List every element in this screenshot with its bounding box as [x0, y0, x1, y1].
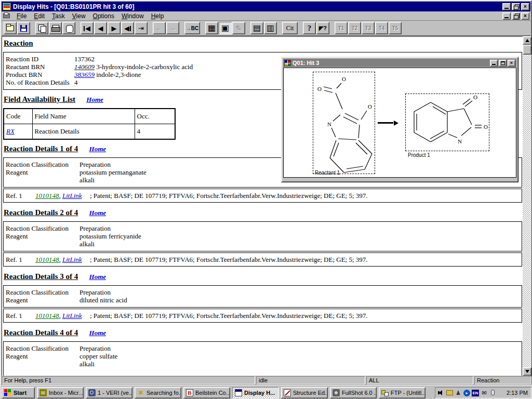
- annotate-button[interactable]: ✎: [232, 22, 245, 34]
- export-list-button[interactable]: ▤: [250, 22, 263, 34]
- minimize-button[interactable]: [502, 3, 511, 10]
- scrollbar-track[interactable]: [523, 36, 531, 376]
- child-system-icon[interactable]: [3, 12, 11, 20]
- save-button[interactable]: [17, 22, 30, 34]
- goto-hit-button[interactable]: ⇥: [135, 22, 148, 34]
- detail-3-heading: Reaction Details 3 of 4: [4, 272, 78, 281]
- next-hit-button[interactable]: ▶: [108, 22, 121, 34]
- start-button[interactable]: Start: [2, 387, 35, 398]
- menu-help[interactable]: Help: [148, 11, 168, 21]
- structure-view-button[interactable]: ▣: [219, 22, 232, 34]
- scheduler-icon[interactable]: [446, 390, 453, 395]
- language-indicator[interactable]: EN: [472, 390, 479, 396]
- menu-edit[interactable]: Edit: [30, 11, 48, 21]
- task-label: FullShot 6.0 ...: [342, 390, 377, 396]
- reagent-value: copper sulfate: [79, 352, 522, 360]
- task-searching[interactable]: ✖ Searching fo...: [135, 387, 181, 398]
- last-hit-button[interactable]: ◀: [121, 22, 134, 34]
- help-icon: ?: [308, 24, 312, 33]
- structure-maximize-button[interactable]: [499, 60, 507, 66]
- print-button[interactable]: [49, 22, 62, 34]
- scroll-down-button[interactable]: [523, 367, 531, 376]
- home-link[interactable]: Home: [89, 209, 107, 217]
- t5-button[interactable]: T5: [389, 22, 402, 34]
- open-button[interactable]: [4, 22, 17, 34]
- player-icon[interactable]: ▸: [463, 390, 470, 396]
- last-icon: ◀: [124, 25, 131, 32]
- field-availability-heading: Field Availability List: [4, 95, 75, 104]
- home-link[interactable]: Home: [89, 329, 107, 337]
- task-ftp[interactable]: FTP - (Untitl...: [379, 387, 425, 398]
- litlink-link[interactable]: LitLink: [62, 256, 82, 263]
- product-selection-box[interactable]: O O N: [405, 94, 489, 151]
- product-brn-link[interactable]: 383659: [74, 71, 95, 78]
- home-link[interactable]: Home: [86, 96, 103, 103]
- forward-button[interactable]: →: [166, 22, 179, 34]
- child-minimize-button[interactable]: [502, 12, 511, 20]
- citation-id-link[interactable]: 1010148: [35, 192, 59, 200]
- task-display-hits[interactable]: Display H...: [232, 387, 279, 398]
- reactant-brn-link[interactable]: 140609: [74, 63, 95, 71]
- volume-icon[interactable]: [437, 389, 445, 396]
- home-link[interactable]: Home: [89, 273, 107, 281]
- structure-minimize-button[interactable]: [490, 60, 498, 66]
- reactant-selection-box[interactable]: O O O N: [313, 72, 375, 174]
- menu-task[interactable]: Task: [48, 11, 69, 21]
- back-button[interactable]: ←: [153, 22, 166, 34]
- close-button[interactable]: ×: [521, 3, 529, 10]
- citation-button[interactable]: Cit: [282, 22, 298, 34]
- litlink-link[interactable]: LitLink: [62, 192, 82, 200]
- context-help-button[interactable]: ◤?: [316, 22, 329, 34]
- field-label: Product BRN: [6, 71, 74, 78]
- menu-view[interactable]: View: [69, 11, 89, 21]
- to-bc-button[interactable]: →BC: [184, 22, 200, 34]
- task-structure-editor[interactable]: Structure Ed...: [281, 387, 328, 398]
- t1-button[interactable]: T1: [335, 22, 348, 34]
- status-state-text: idle: [259, 377, 268, 383]
- task-beilstein-commander[interactable]: B Beilstein Co...: [183, 387, 230, 398]
- structure-window-titlebar[interactable]: Q01: Hit 3 ×: [283, 59, 516, 67]
- litlink-link[interactable]: LitLink: [62, 312, 82, 320]
- menu-options[interactable]: Options: [89, 11, 118, 21]
- structure-editor-icon: [284, 389, 291, 396]
- scrollbar-thumb[interactable]: [523, 45, 531, 55]
- status-context-panel: Reaction: [474, 376, 531, 384]
- t4-button[interactable]: T4: [375, 22, 388, 34]
- ref-label: Ref. 1: [6, 256, 35, 263]
- task-veri[interactable]: 1 - VERI (ve...: [86, 387, 132, 398]
- t2-button[interactable]: T2: [348, 22, 361, 34]
- child-close-button[interactable]: ×: [521, 12, 529, 20]
- citation-label: Cit: [286, 24, 294, 32]
- rx-code-link[interactable]: RX: [6, 127, 15, 135]
- grid-icon: ▦: [208, 24, 216, 32]
- task-label: Searching fo...: [147, 390, 181, 396]
- restore-button[interactable]: [512, 3, 520, 10]
- assistant-icon[interactable]: ♟: [455, 389, 462, 396]
- task-inbox[interactable]: ✉ Inbox - Micr...: [37, 387, 84, 398]
- home-link[interactable]: Home: [89, 145, 107, 153]
- table-view-button[interactable]: ▦: [205, 22, 218, 34]
- scroll-up-button[interactable]: [523, 36, 531, 45]
- citation-id-link[interactable]: 1010148: [35, 256, 59, 263]
- database-button[interactable]: [62, 22, 75, 34]
- mouse-icon[interactable]: [489, 389, 497, 396]
- app-icon[interactable]: [3, 3, 11, 10]
- classification-label: Reaction Classification: [6, 161, 79, 168]
- help-button[interactable]: ?: [303, 22, 316, 34]
- menu-file[interactable]: File: [13, 11, 30, 21]
- citation-id-link[interactable]: 1010148: [35, 312, 59, 320]
- t3-button[interactable]: T3: [362, 22, 375, 34]
- menu-window[interactable]: Window: [118, 11, 148, 21]
- mail-icon[interactable]: ✉: [481, 389, 488, 396]
- child-restore-button[interactable]: [512, 12, 520, 20]
- copy-button[interactable]: [35, 22, 48, 34]
- reagent-value: alkali: [79, 360, 522, 368]
- task-label: Structure Ed...: [293, 390, 328, 396]
- reagent-label: Reagent: [6, 352, 79, 360]
- first-hit-button[interactable]: ◀: [81, 22, 94, 34]
- structure-close-button[interactable]: ×: [508, 60, 515, 66]
- export-table-button[interactable]: ▥: [264, 22, 277, 34]
- t1-label: T1: [338, 25, 344, 31]
- previous-hit-button[interactable]: ◀: [94, 22, 107, 34]
- task-fullshot[interactable]: FullShot 6.0 ...: [330, 387, 377, 398]
